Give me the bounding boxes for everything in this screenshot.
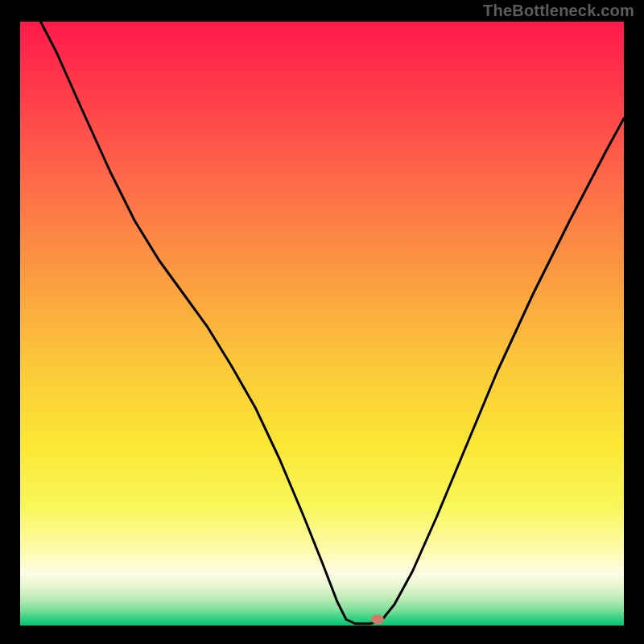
watermark-text: TheBottleneck.com — [483, 2, 634, 20]
bottleneck-chart — [0, 0, 644, 644]
plot-background — [20, 22, 624, 625]
optimal-point-marker — [371, 615, 384, 625]
chart-container: { "watermark": "TheBottleneck.com", "cha… — [0, 0, 644, 644]
